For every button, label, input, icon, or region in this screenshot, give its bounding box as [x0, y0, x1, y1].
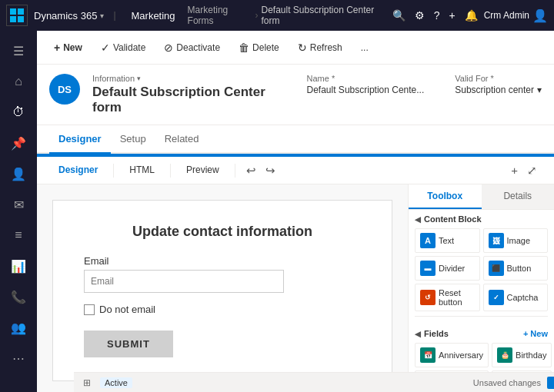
undo-button[interactable]: ↩	[242, 161, 261, 181]
svg-rect-0	[10, 8, 16, 15]
designer-sep3	[235, 164, 235, 178]
divider-icon: ▬	[420, 261, 436, 276]
valid-for-dropdown[interactable]: Subscription center ▾	[455, 85, 542, 95]
expand-button[interactable]: ⤢	[522, 161, 542, 181]
name-field-label: Name *	[307, 74, 425, 83]
tab-related[interactable]: Related	[155, 125, 209, 154]
valid-for-caret-icon: ▾	[537, 85, 542, 95]
grid-icon: ⊞	[83, 377, 91, 388]
user-menu[interactable]: Crm Admin 👤	[484, 8, 548, 23]
add-element-button[interactable]: +	[506, 161, 522, 180]
nav-module[interactable]: Marketing	[125, 10, 182, 22]
refresh-button[interactable]: ↻ Refresh	[290, 38, 350, 58]
fields-collapse-icon[interactable]: ◀	[415, 330, 421, 338]
toolbox-anniversary[interactable]: 📅 Anniversary	[415, 343, 489, 367]
app-name[interactable]: Dynamics 365 ▾	[34, 10, 104, 22]
form-info-label[interactable]: Information ▾	[92, 74, 282, 83]
nav-divider: |	[113, 10, 115, 21]
tab-setup[interactable]: Setup	[111, 125, 155, 154]
designer-subtab-designer[interactable]: Designer	[49, 158, 107, 183]
toolbox-birthday[interactable]: 🎂 Birthday	[492, 343, 552, 367]
toolbox-divider[interactable]: ▬ Divider	[415, 256, 480, 281]
breadcrumb: Marketing Forms › Default Subscription C…	[188, 5, 386, 26]
image-label: Image	[507, 236, 531, 245]
toolbox-tab-details[interactable]: Details	[482, 184, 555, 209]
designer-sep2	[170, 164, 171, 178]
designer-subtab-preview[interactable]: Preview	[177, 158, 229, 183]
designer-subtab-html[interactable]: HTML	[120, 158, 164, 183]
sidebar-email-icon[interactable]: ✉	[5, 191, 32, 218]
sidebar-recent-icon[interactable]: ⏱	[5, 98, 32, 126]
canvas-title: Update contact information	[84, 224, 361, 240]
birthday-label: Birthday	[516, 350, 546, 360]
breadcrumb-sep1: ›	[255, 10, 258, 21]
form-header-fields: Name * Default Subscription Cente... Val…	[307, 74, 542, 95]
plus-icon[interactable]: +	[449, 9, 455, 22]
birthday-icon: 🎂	[497, 347, 512, 363]
name-field-group: Name * Default Subscription Cente...	[307, 74, 425, 95]
new-button[interactable]: + New	[46, 38, 90, 58]
content-block-grid: A Text 🖼 Image ▬ Divider ⬛ Button	[415, 228, 548, 311]
sidebar-phone-icon[interactable]: 📞	[5, 283, 32, 311]
sidebar-contacts-icon[interactable]: 👤	[5, 160, 32, 188]
form-title: Default Subscription Center form	[92, 85, 282, 115]
add-new-field-button[interactable]: + New	[523, 329, 548, 338]
status-right: Unsaved changes Save	[473, 377, 554, 389]
tab-designer[interactable]: Designer	[49, 125, 111, 154]
sidebar-chart-icon[interactable]: 📊	[5, 252, 32, 280]
bell-icon[interactable]: 🔔	[465, 9, 478, 22]
more-button[interactable]: ...	[353, 38, 376, 57]
validate-button[interactable]: ✓ Validate	[93, 38, 153, 58]
submit-button[interactable]: SUBMIT	[84, 331, 173, 357]
delete-button[interactable]: 🗑 Delete	[231, 38, 287, 58]
text-label: Text	[439, 236, 454, 245]
designer-toolbar: Designer HTML Preview ↩ ↪ + ⤢	[37, 157, 554, 184]
canvas-inner: Update contact information Email Do not …	[52, 200, 392, 381]
new-icon: +	[54, 42, 60, 54]
sidebar-menu-icon[interactable]: ☰	[5, 37, 32, 65]
redo-button[interactable]: ↪	[261, 161, 280, 181]
sidebar-pinned-icon[interactable]: 📌	[5, 129, 32, 157]
save-button[interactable]: Save	[547, 377, 554, 389]
toolbox-captcha[interactable]: ✓ Captcha	[483, 284, 549, 311]
breadcrumb-part1[interactable]: Marketing Forms	[188, 5, 252, 26]
captcha-label: Captcha	[507, 293, 539, 302]
fields-header: ◀ Fields + New	[415, 329, 548, 338]
fields-label: Fields	[424, 329, 449, 338]
name-field-value[interactable]: Default Subscription Cente...	[307, 85, 425, 95]
form-header: DS Information ▾ Default Subscription Ce…	[37, 65, 554, 125]
deactivate-icon: ⊘	[164, 42, 173, 54]
toolbox-image[interactable]: 🖼 Image	[483, 228, 549, 253]
deactivate-button[interactable]: ⊘ Deactivate	[156, 38, 228, 58]
form-canvas[interactable]: Update contact information Email Do not …	[37, 184, 408, 392]
content-block-collapse-icon[interactable]: ◀	[415, 215, 421, 224]
button-icon: ⬛	[489, 261, 504, 276]
sidebar-home-icon[interactable]: ⌂	[5, 68, 32, 95]
sidebar-more-icon[interactable]: ⋯	[5, 344, 32, 372]
status-left: ⊞ Active	[83, 377, 132, 388]
toolbox-button[interactable]: ⬛ Button	[483, 256, 549, 281]
do-not-email-checkbox[interactable]	[84, 304, 95, 315]
sidebar-list-icon[interactable]: ≡	[5, 221, 32, 249]
sidebar-people-icon[interactable]: 👥	[5, 314, 32, 341]
email-input[interactable]	[84, 270, 284, 293]
refresh-icon: ↻	[298, 42, 307, 54]
search-icon[interactable]: 🔍	[392, 9, 405, 22]
toolbox-tab-toolbox[interactable]: Toolbox	[409, 184, 482, 209]
help-icon[interactable]: ?	[434, 9, 440, 22]
svg-rect-3	[18, 16, 24, 22]
valid-for-field-group: Valid For * Subscription center ▾	[455, 74, 542, 95]
settings-icon[interactable]: ⚙	[415, 9, 425, 22]
toolbox-divider-line	[415, 316, 548, 317]
avatar: DS	[49, 74, 80, 105]
image-icon: 🖼	[489, 233, 504, 248]
toolbox-text[interactable]: A Text	[415, 228, 480, 253]
app-logo[interactable]	[6, 5, 28, 26]
status-bar: ⊞ Active Unsaved changes Save	[74, 372, 554, 392]
breadcrumb-part2: Default Subscription Center form	[261, 5, 385, 26]
unsaved-text: Unsaved changes	[473, 378, 541, 387]
do-not-email-row: Do not email	[84, 304, 361, 315]
svg-rect-2	[10, 16, 16, 22]
button-label: Button	[507, 264, 532, 273]
toolbox-reset-button[interactable]: ↺ Reset button	[415, 284, 480, 311]
